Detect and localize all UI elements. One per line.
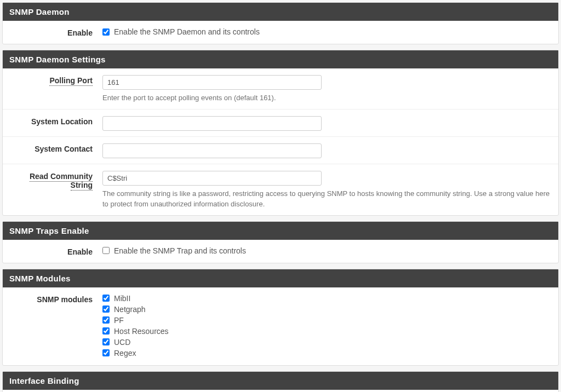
panel-header-snmp-modules: SNMP Modules bbox=[3, 269, 558, 287]
module-item: Host Resources bbox=[102, 327, 552, 336]
panel-header-snmp-traps: SNMP Traps Enable bbox=[3, 222, 558, 240]
checkbox-enable-trap[interactable] bbox=[102, 247, 110, 254]
label-system-contact: System Contact bbox=[9, 142, 102, 153]
module-label[interactable]: Netgraph bbox=[114, 305, 146, 314]
help-polling-port: Enter the port to accept polling events … bbox=[102, 93, 552, 103]
panel-header-interface-binding: Interface Binding bbox=[3, 372, 558, 390]
module-checkbox[interactable] bbox=[102, 316, 110, 324]
panel-snmp-traps: SNMP Traps Enable Enable Enable the SNMP… bbox=[2, 221, 559, 263]
module-item: Netgraph bbox=[102, 305, 552, 314]
module-checkbox[interactable] bbox=[102, 327, 110, 335]
module-checkbox[interactable] bbox=[102, 349, 110, 356]
label-enable-daemon: Enable bbox=[9, 26, 102, 37]
label-system-location: System Location bbox=[9, 115, 102, 126]
row-system-location: System Location bbox=[3, 109, 558, 137]
module-label[interactable]: UCD bbox=[114, 338, 130, 347]
help-read-community: The community string is like a password,… bbox=[102, 189, 552, 210]
module-label[interactable]: Regex bbox=[114, 349, 136, 358]
row-system-contact: System Contact bbox=[3, 137, 558, 164]
row-polling-port: Polling Port Enter the port to accept po… bbox=[3, 68, 558, 109]
module-label[interactable]: Host Resources bbox=[114, 327, 169, 336]
module-checkbox[interactable] bbox=[102, 338, 110, 345]
label-read-community: Read Community String bbox=[9, 170, 102, 189]
module-item: PF bbox=[102, 316, 552, 325]
row-enable-daemon: Enable Enable the SNMP Daemon and its co… bbox=[3, 21, 558, 44]
checkbox-label-enable-trap[interactable]: Enable the SNMP Trap and its controls bbox=[114, 246, 246, 255]
module-label[interactable]: PF bbox=[114, 316, 124, 325]
panel-header-snmp-daemon: SNMP Daemon bbox=[3, 3, 558, 21]
row-enable-trap: Enable Enable the SNMP Trap and its cont… bbox=[3, 240, 558, 263]
input-read-community[interactable] bbox=[102, 171, 322, 186]
panel-header-snmp-daemon-settings: SNMP Daemon Settings bbox=[3, 50, 558, 68]
row-bind-interfaces: Bind Interfaces All Localhost bbox=[3, 390, 558, 392]
row-snmp-modules: SNMP modules MibIINetgraphPFHost Resourc… bbox=[3, 287, 558, 365]
module-item: UCD bbox=[102, 338, 552, 347]
module-item: Regex bbox=[102, 349, 552, 358]
label-enable-trap: Enable bbox=[9, 245, 102, 256]
module-checkbox[interactable] bbox=[102, 305, 110, 313]
panel-snmp-daemon: SNMP Daemon Enable Enable the SNMP Daemo… bbox=[2, 2, 559, 44]
label-snmp-modules: SNMP modules bbox=[9, 293, 102, 304]
module-label[interactable]: MibII bbox=[114, 294, 130, 303]
module-checkbox[interactable] bbox=[102, 295, 110, 302]
panel-snmp-modules: SNMP Modules SNMP modules MibIINetgraphP… bbox=[2, 269, 559, 366]
panel-snmp-daemon-settings: SNMP Daemon Settings Polling Port Enter … bbox=[2, 50, 559, 216]
checkbox-label-enable-daemon[interactable]: Enable the SNMP Daemon and its controls bbox=[114, 27, 260, 36]
module-item: MibII bbox=[102, 294, 552, 303]
input-system-contact[interactable] bbox=[102, 143, 322, 158]
row-read-community: Read Community String The community stri… bbox=[3, 164, 558, 215]
checkbox-enable-daemon[interactable] bbox=[102, 28, 110, 36]
input-system-location[interactable] bbox=[102, 116, 322, 131]
input-polling-port[interactable] bbox=[102, 75, 322, 90]
label-polling-port: Polling Port bbox=[9, 74, 102, 85]
panel-interface-binding: Interface Binding Bind Interfaces All Lo… bbox=[2, 371, 559, 392]
